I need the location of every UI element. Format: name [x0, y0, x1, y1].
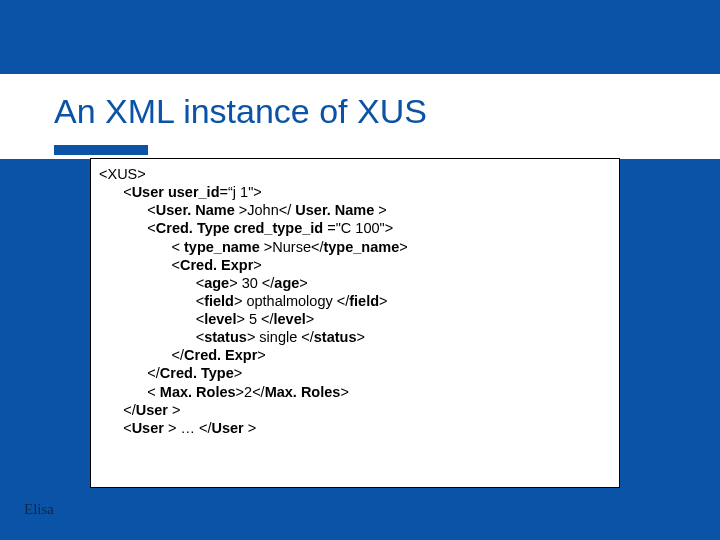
code-line: <User. Name >John</ User. Name >	[99, 201, 611, 219]
code-line: <User user_id=“j 1">	[99, 183, 611, 201]
code-line: <field> opthalmology </field>	[99, 292, 611, 310]
code-line: </Cred. Expr>	[99, 346, 611, 364]
code-line: < type_name >Nurse</type_name>	[99, 238, 611, 256]
code-line: <status> single </status>	[99, 328, 611, 346]
code-line: <age> 30 </age>	[99, 274, 611, 292]
code-line: <XUS>	[99, 165, 611, 183]
code-line: < Max. Roles>2</Max. Roles>	[99, 383, 611, 401]
footer-author: Elisa	[24, 501, 54, 518]
title-underline	[54, 145, 148, 155]
code-line: </Cred. Type>	[99, 364, 611, 382]
code-line: <User > … </User >	[99, 419, 611, 437]
xml-code-block: <XUS> <User user_id=“j 1"> <User. Name >…	[90, 158, 620, 488]
code-line: </User >	[99, 401, 611, 419]
code-line: <Cred. Expr>	[99, 256, 611, 274]
code-line: <level> 5 </level>	[99, 310, 611, 328]
code-line: <Cred. Type cred_type_id ="C 100">	[99, 219, 611, 237]
slide: An XML instance of XUS <XUS> <User user_…	[0, 0, 720, 540]
slide-title: An XML instance of XUS	[54, 92, 427, 131]
